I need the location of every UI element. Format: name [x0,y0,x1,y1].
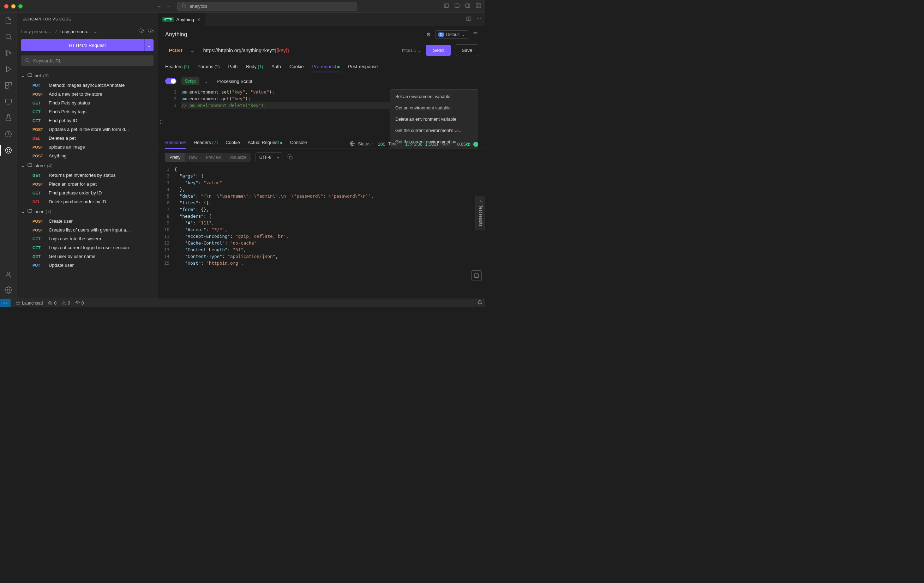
tree-item[interactable]: POSTCreate user [17,217,158,226]
tree-folder-user[interactable]: ⌄ user (7) [17,206,158,217]
run-debug-icon[interactable] [4,65,13,73]
tree-item[interactable]: GETGet user by user name [17,252,158,261]
save-button[interactable]: Save [455,45,478,56]
tree-item[interactable]: PUTMethod: images.asyncBatchAnnotate [17,81,158,90]
download-icon[interactable]: ↓ [473,142,478,147]
tab-path[interactable]: Path [228,61,238,72]
accounts-icon[interactable] [4,270,13,279]
maximize-window[interactable] [18,4,23,8]
tab-auth[interactable]: Auth [271,61,281,72]
url-input[interactable]: https://httpbin.org/anything?key={{key}} [203,48,397,53]
tree-item[interactable]: PUTUpdate user [17,261,158,269]
cloud-down-icon[interactable] [139,28,144,35]
extensions-icon[interactable] [4,81,13,90]
copy-icon[interactable] [287,154,293,161]
script-toggle[interactable] [165,78,177,84]
new-request-dropdown[interactable]: ⌄ [144,39,153,51]
viewtab-pretty[interactable]: Pretty [165,153,185,162]
tree-item[interactable]: DELDelete purchase order by ID [17,197,158,206]
tree-item[interactable]: GETFind purchase order by ID [17,188,158,197]
new-request-button[interactable]: HTTP1/2 Request ⌄ [21,39,153,51]
remote-indicator[interactable] [0,299,11,307]
close-window[interactable] [4,4,8,8]
tab-cookie[interactable]: Cookie [289,61,304,72]
tree-item[interactable]: GETFinds Pets by tags [17,107,158,116]
tree-item[interactable]: POSTUpdates a pet in the store with form… [17,125,158,134]
rtab-response[interactable]: Response [165,140,186,149]
nav-back[interactable]: ← [157,3,161,9]
tree-item[interactable]: GETLogs out current logged in user sessi… [17,243,158,252]
viewtab-visualize[interactable]: Visualize [225,153,251,162]
drag-handle-icon[interactable]: ⠿ [160,120,163,125]
tree-item[interactable]: POSTCreates list of users with given inp… [17,226,158,235]
tab-headers[interactable]: Headers (2) [165,61,189,72]
settings-icon[interactable]: ⚙ [426,32,431,37]
sidebar-search[interactable]: Keyword/URL [21,55,153,66]
tree-item[interactable]: GETReturns pet inventories by status [17,171,158,180]
more-actions-icon[interactable]: ⋯ [477,16,481,23]
notifications-icon[interactable] [477,300,482,306]
cloud-up-icon[interactable] [148,28,153,35]
explorer-icon[interactable] [4,16,13,25]
rtab-actual-request[interactable]: Actual Request [248,140,282,149]
viewtab-preview[interactable]: Preview [201,153,225,162]
testing-icon[interactable] [4,114,13,122]
tab-body[interactable]: Body (1) [246,61,263,72]
breadcrumb-current[interactable]: Lucy persona... [59,29,91,34]
tab-params[interactable]: Params (1) [197,61,219,72]
tab-post-response[interactable]: Post-response [348,61,378,72]
settings-gear-icon[interactable] [4,286,13,294]
layout-toggle-icon[interactable] [471,270,482,281]
menu-icon[interactable] [473,31,478,38]
rtab-console[interactable]: Console [290,140,307,149]
tree-item[interactable]: POSTAdd a new pet to the store [17,90,158,99]
command-center[interactable]: analytics [177,2,357,11]
search-activity-icon[interactable] [4,33,13,41]
tree-folder-store[interactable]: ⌄ store (4) [17,160,158,171]
timeline-icon[interactable] [4,130,13,138]
response-body[interactable]: 123456789101112131415 { "args": { "key":… [158,166,485,299]
echoapi-icon[interactable] [4,146,13,155]
tree-item[interactable]: POSTAnything [17,151,158,160]
customize-layout-icon[interactable] [475,3,481,10]
snippet-item[interactable]: Get an environment variable [390,102,478,114]
split-editor-icon[interactable] [466,16,472,23]
tree-item[interactable]: POSTuploads an image [17,142,158,151]
protocol-select[interactable]: http/1.1 ⌄ [402,48,421,53]
environment-select[interactable]: D Default ⌄ [435,30,469,39]
ports-item[interactable]: 0 [75,301,84,306]
tab-pre-request[interactable]: Pre-request [312,61,340,72]
errors-item[interactable]: 0 [48,301,56,306]
source-control-icon[interactable] [4,49,13,57]
viewtab-raw[interactable]: Raw [185,153,201,162]
tree-item[interactable]: DELDeletes a pet [17,134,158,142]
close-tab-icon[interactable]: ✕ [197,17,201,22]
chevron-down-icon[interactable]: ⌄ [94,29,97,34]
toggle-panel-bottom-icon[interactable] [454,3,460,10]
editor-tab-anything[interactable]: HTTP Anything ✕ [158,13,205,26]
method-select[interactable]: POST ⌄ [165,45,198,56]
breadcrumb-parent[interactable]: Lucy persona... [21,29,53,34]
nav-forward[interactable]: → [166,3,171,9]
toggle-panel-right-icon[interactable] [465,3,470,10]
launchpad-item[interactable]: Launchpad [15,301,43,306]
warnings-item[interactable]: 0 [61,301,70,306]
snippet-item[interactable]: Get the current environment's U... [390,125,478,136]
tree-item[interactable]: GETFinds Pets by status [17,99,158,107]
tree-folder-pet[interactable]: ⌄ pet (9) [17,70,158,81]
rtab-cookie[interactable]: Cookie [226,140,240,149]
test-results-tab[interactable]: « Test results [475,196,485,230]
encoding-select[interactable]: UTF-8 [256,152,282,162]
snippet-item[interactable]: Delete an environment variable [390,114,478,125]
remote-explorer-icon[interactable] [4,97,13,106]
chevron-down-icon[interactable]: ⌄ [205,79,208,84]
sidebar-more-icon[interactable]: ⋯ [148,17,152,21]
send-button[interactable]: Send [426,45,451,56]
tree-item[interactable]: POSTPlace an order for a pet [17,180,158,188]
tree-item[interactable]: GETFind pet by ID [17,116,158,125]
minimize-window[interactable] [11,4,15,8]
rtab-headers[interactable]: Headers (7) [194,140,218,149]
snippet-item[interactable]: Set an environment variable [390,91,478,102]
tree-item[interactable]: GETLogs user into the system [17,235,158,243]
toggle-panel-left-icon[interactable] [444,3,449,10]
